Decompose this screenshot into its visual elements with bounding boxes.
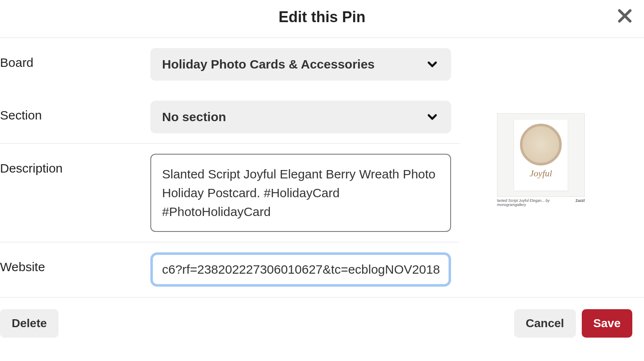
form-fields: Board Holiday Photo Cards & Accessories …	[0, 38, 459, 297]
save-button[interactable]: Save	[582, 309, 632, 338]
section-label: Section	[0, 101, 150, 122]
chevron-down-icon	[425, 110, 439, 124]
preview-inner: Joyful	[514, 119, 568, 191]
caption-title: lanted Script Joyful Elegan...	[497, 198, 545, 203]
website-input-wrapper	[150, 252, 451, 287]
footer-right: Cancel Save	[514, 309, 632, 338]
board-label: Board	[0, 48, 150, 70]
modal-footer: Delete Cancel Save	[0, 297, 644, 361]
section-row: Section No section	[0, 91, 459, 144]
modal-header: Edit this Pin	[0, 0, 644, 38]
description-label: Description	[0, 154, 150, 175]
website-label: Website	[0, 252, 150, 274]
board-value: Holiday Photo Cards & Accessories	[162, 57, 375, 71]
board-dropdown[interactable]: Holiday Photo Cards & Accessories	[150, 48, 451, 81]
section-dropdown[interactable]: No section	[150, 101, 451, 133]
close-button[interactable]	[616, 7, 634, 25]
close-icon	[616, 7, 634, 25]
cancel-button[interactable]: Cancel	[514, 309, 576, 338]
website-input[interactable]	[162, 262, 439, 277]
board-row: Board Holiday Photo Cards & Accessories	[0, 38, 459, 91]
description-textarea[interactable]: Slanted Script Joyful Elegant Berry Wrea…	[150, 154, 451, 232]
description-row: Description Slanted Script Joyful Elegan…	[0, 144, 459, 242]
caption-brand: Zazzl	[576, 198, 585, 207]
preview-caption: lanted Script Joyful Elegan... by monogr…	[497, 198, 585, 207]
preview-script: Joyful	[530, 168, 552, 179]
section-value: No section	[162, 110, 226, 124]
delete-button[interactable]: Delete	[0, 309, 58, 338]
modal-title: Edit this Pin	[0, 8, 644, 26]
wreath-icon	[520, 124, 562, 165]
preview-card: Joyful	[497, 113, 585, 197]
form-area: Board Holiday Photo Cards & Accessories …	[0, 38, 644, 297]
edit-pin-modal: Edit this Pin Board Holiday Photo Cards …	[0, 0, 644, 361]
chevron-down-icon	[425, 57, 439, 71]
website-row: Website	[0, 242, 459, 297]
pin-preview: Joyful lanted Script Joyful Elegan... by…	[497, 113, 585, 297]
